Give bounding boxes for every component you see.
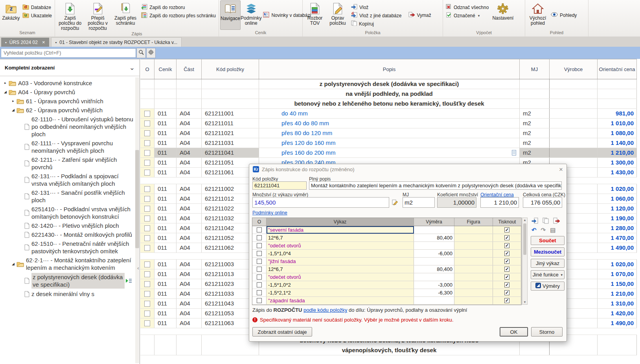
row-checkbox[interactable] — [144, 301, 150, 307]
zapis-pres-schranku-button[interactable]: Zapiš přes schránku — [112, 0, 139, 31]
tree-expand-icon[interactable]: ◢ — [10, 260, 16, 268]
row-checkbox-cell[interactable] — [140, 260, 154, 269]
tisknout-cell[interactable]: ✓ — [493, 265, 521, 273]
tab-stavebni-objekt[interactable]: • 01 - Stavební objekt ze stavby ROZPOCE… — [51, 37, 182, 47]
popis-cell[interactable]: přes 160 do 200 mm — [259, 148, 520, 157]
storno-button[interactable]: Storno — [531, 327, 563, 337]
row-checkbox[interactable] — [144, 271, 150, 277]
row-checkbox-cell[interactable] — [140, 119, 154, 128]
tree-item[interactable]: z desek minerální vlny s — [0, 289, 134, 298]
tisknout-checkbox[interactable]: ✓ — [504, 290, 509, 295]
column-header-kod[interactable]: Kód položky — [202, 59, 259, 79]
vykaz-checkbox[interactable] — [257, 259, 262, 264]
data-cell[interactable]: A04 — [177, 289, 202, 298]
tree-item[interactable]: 62·1111·· - Vyspravení povrchu neomítaný… — [0, 139, 134, 155]
tisknout-cell[interactable]: ✓ — [493, 234, 521, 241]
oprav-polozku-button[interactable]: Oprav položku — [326, 0, 349, 30]
data-cell[interactable]: 011 — [154, 243, 177, 252]
tree-expand-icon[interactable]: ◢ — [2, 88, 8, 96]
data-cell[interactable]: 011 — [154, 138, 177, 148]
data-cell[interactable]: 011 — [154, 309, 177, 318]
row-checkbox-cell[interactable] — [140, 214, 154, 223]
tisknout-checkbox[interactable]: ✓ — [504, 267, 509, 272]
cena-cell[interactable]: 1 020,00 — [598, 260, 637, 269]
cena-cell[interactable]: 1 140,00 — [598, 138, 637, 148]
row-checkbox-cell[interactable] — [140, 233, 154, 243]
podle-kodu-polozky-link[interactable]: podle kódu položky — [303, 307, 347, 313]
data-cell[interactable]: 011 — [154, 194, 177, 203]
tisknout-checkbox[interactable]: ✓ — [504, 251, 509, 256]
tab-close-icon[interactable]: × — [42, 39, 45, 45]
vymaz-button[interactable]: Vymaž — [407, 11, 432, 19]
tree-item[interactable]: ◢A04 - Úpravy povrchů — [0, 88, 134, 97]
grid-column-vymera[interactable]: Výměra — [414, 218, 454, 226]
vykaz-row[interactable]: "odečet otvorů✓ — [252, 242, 521, 250]
data-cell[interactable]: A04 — [177, 233, 202, 243]
vykaz-checkbox[interactable] — [257, 235, 262, 240]
sidebar-scrollbar[interactable] — [135, 77, 139, 363]
data-cell[interactable]: A04 — [177, 119, 202, 128]
row-checkbox[interactable] — [144, 121, 150, 126]
vykaz-row[interactable]: -1,5*1,0*2-3,000✓ — [252, 281, 521, 289]
column-header-o[interactable]: O — [140, 59, 154, 79]
vykaz-checkbox-cell[interactable] — [252, 273, 267, 281]
vychozi-pohled-button[interactable]: Výchozí pohled — [526, 0, 549, 30]
dialog-close-icon[interactable]: × — [559, 166, 563, 173]
tree-item[interactable]: 62·1510·· - Penetrační nátěr vnějších pa… — [0, 239, 134, 256]
rozbor-tov-button[interactable]: Rozbor TOV — [304, 0, 326, 30]
data-cell[interactable]: 011 — [154, 223, 177, 233]
grid-column-o[interactable]: O — [252, 218, 267, 226]
tree-item[interactable]: 62·131··· - Podkladní a spojovací vrstva… — [0, 172, 134, 188]
vykaz-checkbox[interactable] — [257, 243, 262, 248]
vymera-cell[interactable]: -3,000 — [414, 281, 454, 289]
vykaz-cell[interactable]: "západní fasáda — [267, 297, 414, 304]
popis-cell[interactable]: přes 120 do 160 mm — [259, 138, 520, 148]
tree-item[interactable]: 62·1420·· - Pletivo vnějších ploch — [0, 221, 134, 230]
figura-cell[interactable] — [454, 250, 493, 257]
search-button[interactable] — [136, 48, 146, 58]
data-cell[interactable]: m2 — [520, 138, 550, 148]
vykaz-cell[interactable]: "severní fasáda — [267, 226, 414, 234]
data-cell[interactable]: 011 — [154, 233, 177, 243]
cena-cell[interactable]: 1 120,00 — [598, 204, 637, 213]
jiny-vykaz-button[interactable]: Jiný výkaz — [531, 259, 565, 268]
column-header-mj[interactable]: MJ — [520, 59, 550, 79]
cena-cell[interactable]: 1 490,00 — [598, 318, 637, 328]
data-cell[interactable]: A04 — [177, 260, 202, 269]
data-cell[interactable]: A04 — [177, 214, 202, 223]
cena-cell[interactable]: 1 070,00 — [598, 269, 637, 279]
tisknout-cell[interactable]: ✓ — [493, 226, 521, 234]
grid-scrollbar-thumb[interactable] — [523, 223, 526, 255]
tree-item[interactable]: ▸61 - Úprava povrchů vnitřních — [0, 97, 134, 106]
vykaz-checkbox-cell[interactable] — [252, 258, 267, 265]
data-cell[interactable]: m2 — [520, 148, 550, 157]
row-checkbox-cell[interactable] — [140, 138, 154, 148]
vykaz-checkbox[interactable] — [257, 298, 262, 303]
zapis-polozku-button[interactable]: Zapiš položku do rozpočtu — [56, 0, 84, 31]
row-checkbox-cell[interactable] — [140, 109, 154, 118]
vymery-button[interactable]: Výměry — [531, 282, 565, 291]
data-cell[interactable]: 621211031 — [202, 138, 259, 148]
cena-cell[interactable]: 1 190,00 — [598, 214, 637, 223]
tree-item[interactable]: ▸A03 - Vodorovné konstrukce — [0, 79, 134, 88]
vykaz-cell[interactable]: -1,5*2,1*2 — [267, 289, 414, 296]
data-cell[interactable]: A04 — [177, 243, 202, 252]
cena-cell[interactable]: 1 300,00 — [598, 158, 637, 167]
vloz-button[interactable]: Vlož — [349, 3, 403, 11]
column-header-cena[interactable]: Orientační cena — [598, 59, 637, 79]
data-cell[interactable]: 011 — [154, 318, 177, 328]
ok-button[interactable]: OK — [500, 327, 528, 337]
figura-cell[interactable] — [454, 226, 493, 234]
popis-cell[interactable]: do 40 mm — [259, 109, 520, 118]
vykaz-row[interactable]: "odečet otvorů✓ — [252, 273, 521, 281]
table-row[interactable]: 011A04621211011přes 40 do 80 mmm21 010,0… — [140, 119, 637, 128]
vykaz-checkbox-cell[interactable] — [252, 297, 267, 304]
cena-cell[interactable]: 1 010,00 — [598, 119, 637, 128]
soucet-button[interactable]: Součet — [531, 236, 565, 245]
vloz-z-jine-databaze-button[interactable]: d Vlož z jiné databáze — [349, 11, 403, 20]
celkova-cena-field[interactable]: 176 055,00 — [523, 197, 562, 208]
tree-item[interactable]: 6251410·· - Podkladní vrstva vnějších om… — [0, 205, 134, 221]
zakazky-button[interactable]: z Zakázky — [1, 0, 21, 30]
row-checkbox[interactable] — [144, 140, 150, 146]
search-input[interactable] — [1, 49, 136, 57]
